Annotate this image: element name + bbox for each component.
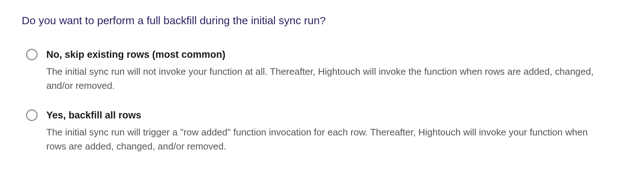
radio-content: Yes, backfill all rows The initial sync … bbox=[46, 109, 603, 153]
radio-label-skip: No, skip existing rows (most common) bbox=[46, 48, 603, 61]
radio-description-skip: The initial sync run will not invoke you… bbox=[46, 65, 603, 93]
radio-button-icon bbox=[26, 49, 38, 60]
radio-label-backfill: Yes, backfill all rows bbox=[46, 109, 603, 122]
radio-content: No, skip existing rows (most common) The… bbox=[46, 48, 603, 93]
radio-description-backfill: The initial sync run will trigger a "row… bbox=[46, 125, 603, 153]
radio-button-icon bbox=[26, 109, 38, 121]
radio-group: No, skip existing rows (most common) The… bbox=[22, 48, 622, 153]
question-heading: Do you want to perform a full backfill d… bbox=[22, 14, 622, 27]
radio-option-backfill[interactable]: Yes, backfill all rows The initial sync … bbox=[22, 109, 622, 153]
radio-option-skip[interactable]: No, skip existing rows (most common) The… bbox=[22, 48, 622, 93]
